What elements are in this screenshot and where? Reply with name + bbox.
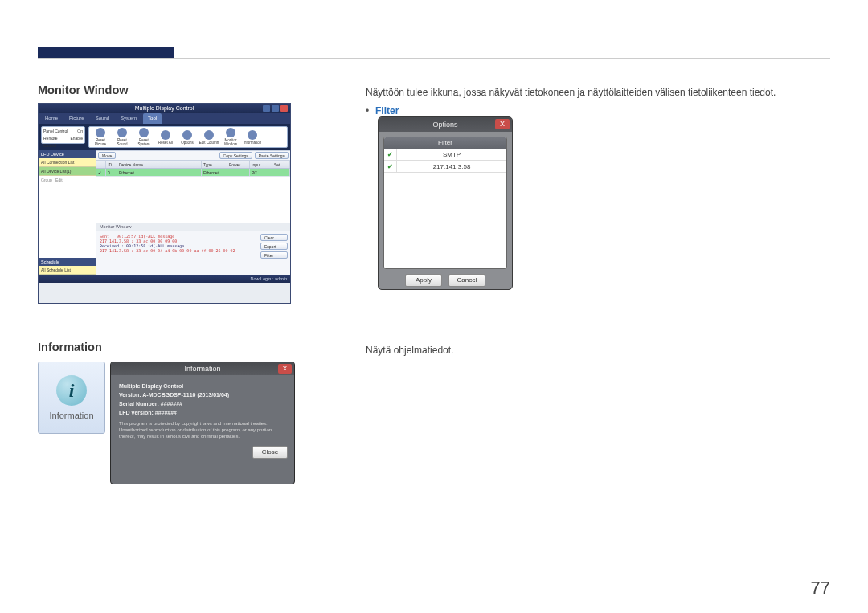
grid-empty-area [96,177,290,223]
sidebar-edit-button[interactable]: Edit [55,178,63,182]
col-input[interactable]: Input [250,161,272,168]
mon-line-4: 217.141.3.58 : 33 ac 00 04 a4 0b 00 00 a… [100,248,255,253]
filter-value-smtp: SMTP [397,151,506,158]
apply-button[interactable]: Apply [405,274,442,287]
col-device-name[interactable]: Device Name [117,161,202,168]
panel-control-box: Panel ControlOn Remote ControlEnable [41,126,85,144]
tool-reset-picture[interactable]: Reset Picture [90,128,111,146]
grid-header: ID Device Name Type Power Input Set [96,161,290,169]
tool-reset-sound[interactable]: Reset Sound [112,128,133,146]
monitor-pane-label: Monitor Window [96,223,290,231]
cell-id: 0 [106,169,117,176]
reset-sound-icon [117,128,127,137]
cancel-button[interactable]: Cancel [448,274,485,287]
info-lfd-value: ####### [155,410,177,415]
edit-column-icon [204,130,214,140]
mdc-tabbar: Home Picture Sound System Tool [39,113,290,124]
reset-picture-icon [96,128,105,137]
page-number: 77 [811,578,830,599]
col-id[interactable]: ID [106,161,117,168]
filter-bullet-label: Filter [375,105,399,116]
mdc-title-text: Multiple Display Control [135,105,194,111]
filter-value-ip: 217.141.3.58 [397,163,506,170]
information-description: Näytä ohjelmatiedot. [366,343,830,358]
close-button[interactable]: Close [252,446,288,459]
mdc-window: Multiple Display Control Home Picture So… [38,103,291,304]
section-title-information: Information [38,341,303,353]
remote-control-label: Remote Control [43,135,70,149]
info-serial-value: ####### [161,401,182,407]
col-check [96,161,106,168]
copy-settings-button[interactable]: Copy Settings [219,152,252,159]
sidebar-all-device[interactable]: All Device List(1) [39,167,96,176]
tab-system[interactable]: System [116,113,141,124]
reset-system-icon [139,128,149,137]
sidebar-all-schedule[interactable]: All Schedule List [39,266,96,275]
options-icon [182,130,192,140]
col-set[interactable]: Set [272,161,290,168]
section-title-monitor-window: Monitor Window [38,84,303,96]
export-button[interactable]: Export [260,243,288,250]
monitor-pane: Sent : 00:12:57 id(-ALL message 217.141.… [96,231,290,275]
cell-power [227,169,250,176]
col-type[interactable]: Type [202,161,227,168]
sidebar-all-connection[interactable]: All Connection List [39,158,96,167]
filter-dialog: Options X Filter ✔ SMTP ✔ 217.141.3.58 A… [378,116,513,290]
sidebar-lfd-header[interactable]: LFD Device [39,150,96,158]
monitor-window-icon [226,128,235,137]
cell-set [272,169,290,176]
filter-column-header: Filter [384,137,506,149]
sidebar-schedule-header[interactable]: Schedule [39,258,96,266]
mdc-titlebar: Multiple Display Control [39,104,290,113]
col-power[interactable]: Power [227,161,250,168]
tool-monitor-window[interactable]: Monitor Window [220,128,241,146]
cell-type: Ethernet [202,169,227,176]
remote-control-value[interactable]: Enable [70,135,83,149]
info-dialog-title: Information [184,365,220,373]
sidebar-group-label: Group [41,178,52,182]
info-lfd-label: LFD version: [119,410,154,415]
move-button[interactable]: Move [98,152,116,159]
filter-button[interactable]: Filter [260,251,288,259]
filter-dialog-close-button[interactable]: X [495,119,510,129]
mdc-sidebar: LFD Device All Connection List All Devic… [39,150,96,275]
info-version-value: A-MDCBGDSP-1110 (2013/01/04) [142,392,229,398]
maximize-icon[interactable] [272,105,279,112]
tool-options[interactable]: Options [177,128,198,146]
panel-control-value[interactable]: On [77,128,83,135]
paste-settings-button[interactable]: Paste Settings [255,152,289,159]
info-tile-label: Information [49,411,93,420]
info-glyph-icon: i [69,380,75,402]
mdc-toolbar: Reset Picture Reset Sound Reset System R… [88,126,288,148]
minimize-icon[interactable] [263,105,270,112]
panel-control-label: Panel Control [43,128,68,135]
clear-button[interactable]: Clear [260,234,288,241]
information-icon [248,130,257,140]
close-icon[interactable] [280,105,288,112]
information-tile[interactable]: i Information [38,362,105,434]
check-icon[interactable]: ✔ [384,161,397,172]
tab-picture[interactable]: Picture [64,113,89,124]
filter-row-ip[interactable]: ✔ 217.141.3.58 [384,161,506,173]
info-dialog-close-icon[interactable]: X [278,364,292,374]
tab-tool[interactable]: Tool [143,113,162,124]
check-icon[interactable]: ✔ [384,149,397,160]
info-product-name: Multiple Display Control [119,382,286,390]
tool-edit-column[interactable]: Edit Column [199,128,219,146]
tab-home[interactable]: Home [40,113,63,124]
cell-input: PC [250,169,272,176]
tool-reset-all[interactable]: Reset All [155,128,176,146]
information-dialog: Information X Multiple Display Control V… [110,362,295,484]
header-divider [38,58,830,59]
mdc-footer: Now Login : admin [39,275,290,283]
cell-check[interactable]: ✔ [96,169,106,176]
tab-sound[interactable]: Sound [91,113,114,124]
reset-all-icon [161,130,170,140]
monitor-window-description: Näyttöön tulee ikkuna, jossa näkyvät tie… [366,85,830,100]
tool-reset-system[interactable]: Reset System [133,128,154,146]
cell-name: Ethernet [117,169,202,176]
tool-information[interactable]: Information [242,128,263,146]
filter-row-smtp[interactable]: ✔ SMTP [384,149,506,161]
sidebar-group-area: Group Edit [39,176,96,258]
grid-row-selected[interactable]: ✔ 0 Ethernet Ethernet PC [96,169,290,177]
